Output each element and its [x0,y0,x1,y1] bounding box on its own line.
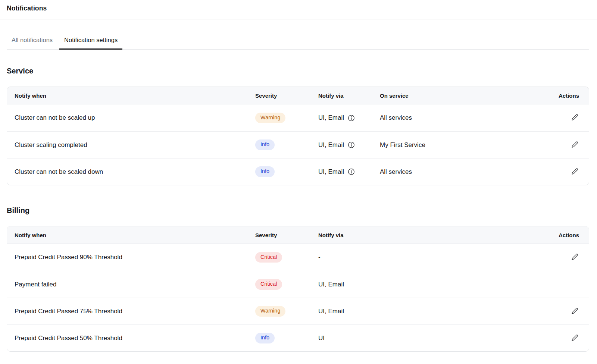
section-heading: Billing [7,206,589,215]
tab-all-notifications[interactable]: All notifications [7,34,57,50]
severity-badge-info: Info [255,166,275,177]
notify-when-cell: Prepaid Credit Passed 75% Threshold [7,308,255,315]
notify-via-value: - [318,254,321,261]
edit-button[interactable] [571,167,579,176]
pencil-icon [571,141,578,148]
table-row: Prepaid Credit Passed 50% ThresholdInfoU… [7,324,589,351]
edit-button[interactable] [571,113,579,122]
tab-notification-settings[interactable]: Notification settings [59,34,122,50]
notify-when-cell: Prepaid Credit Passed 90% Threshold [7,254,255,261]
table-row: Cluster can not be scaled downInfoUI, Em… [7,158,589,185]
severity-cell: Critical [255,252,318,263]
actions-cell [529,113,589,123]
severity-cell: Warning [255,306,318,316]
page-header: Notifications [0,0,597,19]
actions-cell [529,140,589,150]
column-header-notify-when: Notify when [7,92,255,99]
severity-badge-info: Info [255,139,275,150]
table-row: Prepaid Credit Passed 75% ThresholdWarni… [7,298,589,324]
severity-badge-critical: Critical [255,279,282,289]
pencil-icon [571,334,578,341]
edit-button[interactable] [571,307,579,315]
on-service-cell: All services [380,114,529,122]
section-heading: Service [7,67,589,75]
notify-when-cell: Cluster can not be scaled up [7,114,255,122]
notify-via-cell: - [318,254,529,261]
actions-cell [529,307,589,316]
severity-cell: Critical [255,279,318,289]
content-area: All notificationsNotification settings S… [7,34,589,352]
notify-via-value: UI, Email [318,308,344,315]
pencil-icon [571,168,578,175]
pencil-icon [571,307,578,314]
severity-badge-warning: Warning [255,306,285,316]
table-row: Cluster scaling completedInfoUI, EmailMy… [7,131,589,158]
info-circle-icon[interactable] [348,141,355,148]
column-header-on-service: On service [380,92,529,99]
table-row: Payment failedCriticalUI, Email [7,271,589,298]
notify-via-value: UI [318,335,325,342]
notify-via-cell: UI, Email [318,141,380,149]
column-header-notify-when: Notify when [7,232,255,238]
table-header-row: Notify whenSeverityNotify viaOn serviceA… [7,87,589,104]
notify-when-cell: Prepaid Credit Passed 50% Threshold [7,335,255,342]
table-header-row: Notify whenSeverityNotify viaActions [7,226,589,244]
notify-via-value: UI, Email [318,281,344,288]
section-service: ServiceNotify whenSeverityNotify viaOn s… [7,67,589,185]
notify-via-cell: UI [318,335,529,342]
on-service-cell: My First Service [380,141,529,149]
severity-badge-warning: Warning [255,113,285,123]
table-row: Cluster can not be scaled upWarningUI, E… [7,104,589,131]
severity-cell: Info [255,139,318,150]
notify-via-cell: UI, Email [318,281,529,288]
notify-via-value: UI, Email [318,114,344,122]
notify-when-cell: Cluster scaling completed [7,141,255,149]
actions-cell [529,333,589,343]
section-billing: BillingNotify whenSeverityNotify viaActi… [7,206,589,352]
on-service-cell: All services [380,168,529,176]
severity-cell: Warning [255,113,318,123]
notify-via-cell: UI, Email [318,308,529,315]
page-title: Notifications [7,4,590,12]
edit-button[interactable] [571,140,579,149]
notify-when-cell: Cluster can not be scaled down [7,168,255,176]
edit-button[interactable] [571,333,579,342]
pencil-icon [571,253,578,260]
column-header-severity: Severity [255,92,318,99]
notify-via-cell: UI, Email [318,114,380,122]
column-header-severity: Severity [255,232,318,238]
edit-button[interactable] [571,252,579,261]
actions-cell [529,167,589,177]
severity-cell: Info [255,333,318,343]
severity-cell: Info [255,166,318,177]
column-header-notify-via: Notify via [318,92,380,99]
notify-via-cell: UI, Email [318,168,380,176]
severity-badge-critical: Critical [255,252,282,263]
info-circle-icon[interactable] [348,168,355,175]
settings-table: Notify whenSeverityNotify viaOn serviceA… [7,87,589,185]
actions-cell [529,252,589,262]
notification-sections: ServiceNotify whenSeverityNotify viaOn s… [7,67,589,352]
pencil-icon [571,114,578,121]
table-row: Prepaid Credit Passed 90% ThresholdCriti… [7,244,589,271]
info-circle-icon[interactable] [348,114,355,122]
notify-via-value: UI, Email [318,168,344,176]
column-header-actions: Actions [529,232,589,238]
tab-bar: All notificationsNotification settings [7,34,589,50]
column-header-notify-via: Notify via [318,232,529,238]
severity-badge-info: Info [255,333,275,343]
column-header-actions: Actions [529,92,589,99]
notify-via-value: UI, Email [318,141,344,149]
settings-table: Notify whenSeverityNotify viaActionsPrep… [7,226,589,352]
notify-when-cell: Payment failed [7,281,255,288]
